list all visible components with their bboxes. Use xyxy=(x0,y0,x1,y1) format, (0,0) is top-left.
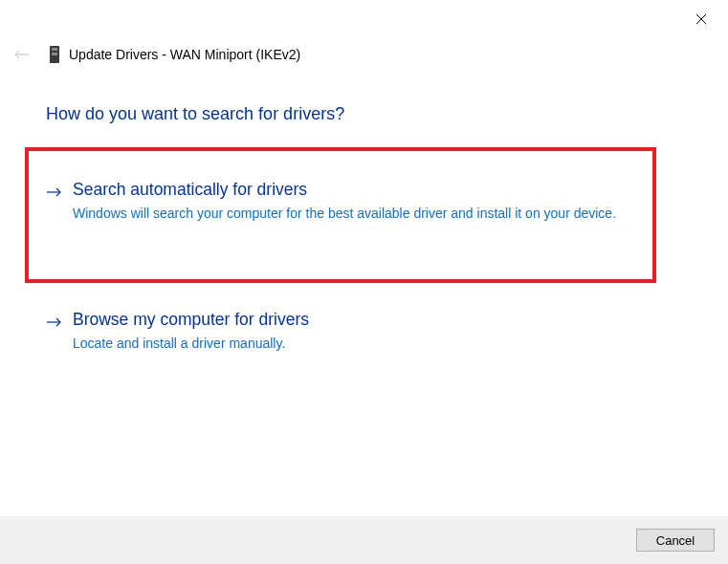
option-title: Search automatically for drivers xyxy=(73,179,616,201)
footer-bar: Cancel xyxy=(0,516,728,564)
arrow-right-icon xyxy=(46,313,63,332)
option-content: Search automatically for drivers Windows… xyxy=(73,179,616,223)
header-row: Update Drivers - WAN Miniport (IKEv2) xyxy=(13,46,300,63)
back-arrow-icon xyxy=(14,50,30,59)
option-content: Browse my computer for drivers Locate an… xyxy=(73,309,309,353)
back-button[interactable] xyxy=(13,46,31,63)
close-button[interactable] xyxy=(692,10,711,29)
option-title: Browse my computer for drivers xyxy=(73,309,309,331)
window-title: Update Drivers - WAN Miniport (IKEv2) xyxy=(69,47,300,62)
device-icon xyxy=(50,46,59,63)
close-icon xyxy=(695,13,707,25)
option-search-automatically[interactable]: Search automatically for drivers Windows… xyxy=(46,179,616,223)
option-description: Locate and install a driver manually. xyxy=(73,335,309,353)
cancel-button[interactable]: Cancel xyxy=(636,529,715,552)
option-browse-computer[interactable]: Browse my computer for drivers Locate an… xyxy=(46,309,309,353)
main-heading: How do you want to search for drivers? xyxy=(46,104,344,124)
arrow-right-icon xyxy=(46,183,63,202)
option-description: Windows will search your computer for th… xyxy=(73,205,616,223)
cancel-button-label: Cancel xyxy=(656,533,695,548)
